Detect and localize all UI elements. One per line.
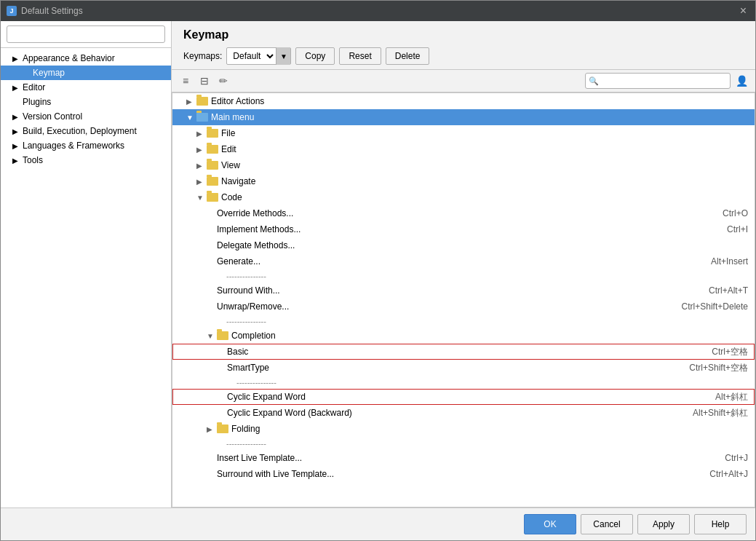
sidebar-search-box — [1, 21, 171, 48]
tree-row[interactable]: Generate... Alt+Insert — [172, 253, 755, 269]
tree-row[interactable]: ▼ Completion — [172, 328, 755, 344]
tree-label: Main menu — [211, 112, 748, 122]
expand-icon: ▼ — [186, 114, 196, 122]
copy-button[interactable]: Copy — [295, 47, 335, 65]
sidebar-item-version-control[interactable]: ▶ Version Control — [1, 109, 171, 124]
tree-row-cyclic-expand[interactable]: Cyclic Expand Word Alt+斜杠 — [172, 389, 755, 405]
separator-label: --------------- — [226, 317, 266, 325]
folder-icon — [207, 193, 218, 202]
tree-row[interactable]: Cyclic Expand Word (Backward) Alt+Shift+… — [172, 405, 755, 421]
folder-icon — [207, 145, 218, 154]
tree-shortcut: Ctrl+I — [727, 224, 754, 234]
sidebar-item-label: Editor — [23, 82, 45, 92]
cancel-button[interactable]: Cancel — [581, 514, 633, 534]
sidebar-item-plugins[interactable]: Plugins — [1, 95, 171, 109]
tree-row[interactable]: ▶ Editor Actions — [172, 93, 755, 109]
tree-row[interactable]: ▶ Edit — [172, 141, 755, 157]
tree-row[interactable]: Override Methods... Ctrl+O — [172, 205, 755, 221]
tree-label: Generate... — [217, 256, 711, 266]
search-icon: 🔍 — [589, 76, 599, 86]
tree-row[interactable]: ▶ Folding — [172, 421, 755, 437]
tree-row[interactable]: ▶ File — [172, 125, 755, 141]
sidebar-item-tools[interactable]: ▶ Tools — [1, 153, 171, 167]
separator-row: --------------- — [172, 437, 755, 450]
tree-row[interactable]: Delegate Methods... — [172, 237, 755, 253]
sidebar-item-label: Keymap — [33, 68, 65, 78]
tree-row[interactable]: Unwrap/Remove... Ctrl+Shift+Delete — [172, 299, 755, 315]
tree-row[interactable]: SmartType Ctrl+Shift+空格 — [172, 360, 755, 376]
app-icon: J — [7, 6, 17, 16]
folder-icon — [217, 424, 228, 433]
folder-icon — [196, 113, 208, 122]
expand-icon: ▶ — [196, 162, 207, 170]
keymap-select[interactable]: Default — [227, 48, 276, 64]
expand-arrow-icon: ▶ — [12, 84, 23, 92]
sidebar-item-appearance[interactable]: ▶ Appearance & Behavior — [1, 51, 171, 66]
tree-label: Completion — [231, 331, 748, 341]
title-bar: J Default Settings × — [1, 1, 755, 21]
tree-shortcut: Ctrl+空格 — [712, 346, 754, 358]
folder-icon — [207, 161, 218, 170]
tree-shortcut: Ctrl+J — [725, 453, 754, 463]
dialog-content: ▶ Appearance & Behavior Keymap ▶ Editor … — [1, 21, 755, 508]
title-bar-left: J Default Settings — [7, 6, 83, 16]
separator-row: --------------- — [172, 376, 755, 389]
tree-shortcut: Ctrl+O — [723, 208, 754, 218]
keymap-tree[interactable]: ▶ Editor Actions ▼ Main menu ▶ File — [172, 92, 755, 508]
main-header: Keymap Keymaps: Default ▼ Copy Reset Del… — [172, 21, 755, 70]
tree-row-basic[interactable]: Basic Ctrl+空格 — [172, 344, 755, 360]
tree-label: Surround With... — [217, 285, 709, 296]
tree-row[interactable]: Insert Live Template... Ctrl+J — [172, 450, 755, 466]
expand-all-button[interactable]: ≡ — [178, 74, 194, 88]
separator-label: --------------- — [226, 272, 266, 280]
folder-icon — [217, 331, 228, 340]
sidebar-search-input[interactable] — [7, 25, 165, 43]
help-button[interactable]: Help — [694, 514, 747, 534]
expand-arrow-icon: ▶ — [12, 157, 23, 165]
search-field-wrapper: 🔍 — [585, 73, 731, 89]
tree-label: Cyclic Expand Word (Backward) — [227, 408, 693, 418]
tree-label: File — [221, 128, 748, 138]
keymaps-label: Keymaps: — [183, 51, 222, 61]
tree-row[interactable]: Implement Methods... Ctrl+I — [172, 221, 755, 237]
edit-button[interactable]: ✏ — [215, 74, 231, 88]
expand-icon: ▼ — [196, 194, 207, 202]
keymap-search-input[interactable] — [585, 73, 731, 89]
sidebar-item-label: Plugins — [23, 97, 51, 107]
separator-label: --------------- — [236, 378, 276, 387]
sidebar-item-label: Build, Execution, Deployment — [23, 126, 137, 136]
tree-row[interactable]: Surround With... Ctrl+Alt+T — [172, 283, 755, 299]
sidebar-item-label: Version Control — [23, 111, 82, 122]
ok-button[interactable]: OK — [524, 514, 576, 534]
sidebar-item-build[interactable]: ▶ Build, Execution, Deployment — [1, 124, 171, 138]
apply-button[interactable]: Apply — [637, 514, 690, 534]
reset-button[interactable]: Reset — [339, 47, 381, 65]
tree-row[interactable]: ▼ Main menu — [172, 109, 755, 125]
delete-button[interactable]: Delete — [386, 47, 430, 65]
tree-row[interactable]: ▼ Code — [172, 189, 755, 205]
toolbar-row: ≡ ⊟ ✏ 🔍 👤 — [172, 70, 755, 92]
tree-label: Implement Methods... — [217, 224, 727, 234]
tree-label: Unwrap/Remove... — [217, 301, 682, 312]
expand-arrow-icon: ▶ — [12, 113, 23, 121]
window-title: Default Settings — [21, 6, 83, 16]
separator-row: --------------- — [172, 315, 755, 328]
tree-row[interactable]: ▶ View — [172, 157, 755, 173]
keymap-dropdown-btn[interactable]: ▼ — [276, 47, 290, 65]
expand-arrow-icon: ▶ — [12, 55, 23, 63]
right-panel: Keymap Keymaps: Default ▼ Copy Reset Del… — [172, 21, 755, 508]
tree-label: Override Methods... — [217, 208, 723, 218]
expand-icon: ▶ — [207, 425, 217, 433]
user-icon-button[interactable]: 👤 — [733, 73, 749, 89]
sidebar-item-editor[interactable]: ▶ Editor — [1, 80, 171, 95]
sidebar-item-keymap[interactable]: Keymap — [1, 66, 171, 80]
tree-row[interactable]: ▶ Navigate — [172, 173, 755, 189]
tree-shortcut: Ctrl+Alt+J — [709, 469, 754, 479]
tree-shortcut: Ctrl+Alt+T — [709, 285, 754, 296]
expand-arrow-icon: ▶ — [12, 127, 23, 135]
dialog: J Default Settings × ▶ Appearance & Beha… — [0, 0, 756, 541]
close-button[interactable]: × — [737, 4, 749, 18]
sidebar-item-languages[interactable]: ▶ Languages & Frameworks — [1, 138, 171, 153]
collapse-all-button[interactable]: ⊟ — [196, 74, 212, 88]
tree-row[interactable]: Surround with Live Template... Ctrl+Alt+… — [172, 466, 755, 482]
